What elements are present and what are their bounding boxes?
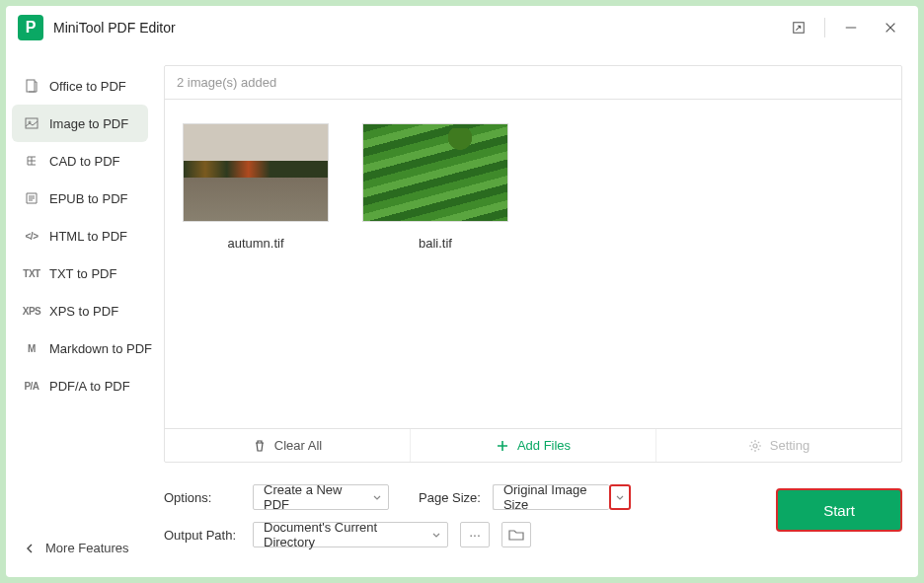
html-icon: </>: [24, 231, 39, 242]
titlebar-divider: [824, 18, 825, 37]
chevron-left-icon: [24, 543, 36, 554]
thumbnail-image: [183, 123, 329, 222]
main-panel: 2 image(s) added autumn.tif bali.tif: [154, 49, 918, 577]
file-thumbnail[interactable]: bali.tif: [362, 123, 508, 251]
pdfa-icon: P/A: [24, 381, 39, 392]
chevron-down-icon: [431, 530, 441, 540]
clear-all-label: Clear All: [274, 438, 322, 453]
plus-icon: [496, 439, 509, 453]
txt-icon: TXT: [24, 268, 39, 279]
content-status: 2 image(s) added: [165, 66, 901, 100]
browse-folder-button[interactable]: [501, 522, 531, 547]
clear-all-button[interactable]: Clear All: [165, 429, 411, 462]
pagesize-label: Page Size:: [419, 490, 481, 505]
ellipsis-icon: ···: [469, 527, 481, 543]
sidebar-item-label: Office to PDF: [49, 79, 126, 94]
app-window: P MiniTool PDF Editor Office to PDF Imag…: [6, 6, 918, 577]
setting-button[interactable]: Setting: [656, 429, 901, 462]
sidebar-item-label: EPUB to PDF: [49, 191, 127, 206]
close-button[interactable]: [871, 13, 910, 42]
sidebar-item-pdfa-to-pdf[interactable]: P/A PDF/A to PDF: [6, 367, 154, 404]
options-value: Create a New PDF: [264, 482, 362, 512]
sidebar-item-label: TXT to PDF: [49, 266, 116, 281]
title-bar: P MiniTool PDF Editor: [6, 6, 918, 49]
thumbnail-filename: autumn.tif: [183, 236, 329, 251]
quick-tools-button[interactable]: [779, 13, 818, 42]
image-icon: [24, 116, 39, 130]
xps-icon: XPS: [24, 306, 39, 317]
output-path-select[interactable]: Document's Current Directory: [253, 522, 448, 547]
start-label: Start: [823, 502, 855, 519]
options-label: Options:: [164, 490, 241, 505]
pagesize-select[interactable]: Original Image Size: [493, 484, 609, 510]
svg-point-7: [753, 444, 757, 448]
trash-icon: [253, 439, 267, 453]
chevron-down-icon: [615, 492, 625, 502]
sidebar-item-epub-to-pdf[interactable]: EPUB to PDF: [6, 180, 154, 217]
epub-icon: [24, 191, 39, 205]
sidebar-item-office-to-pdf[interactable]: Office to PDF: [6, 67, 154, 105]
options-select[interactable]: Create a New PDF: [253, 484, 389, 510]
sidebar-item-xps-to-pdf[interactable]: XPS XPS to PDF: [6, 292, 154, 329]
content-box: 2 image(s) added autumn.tif bali.tif: [164, 65, 902, 463]
output-path-value: Document's Current Directory: [264, 520, 422, 549]
sidebar-item-label: Image to PDF: [49, 116, 128, 131]
chevron-down-icon: [372, 492, 382, 502]
pagesize-value: Original Image Size: [503, 482, 603, 512]
svg-rect-4: [27, 80, 35, 92]
sidebar-item-label: PDF/A to PDF: [49, 379, 130, 394]
more-features-label: More Features: [45, 541, 129, 555]
bottom-controls: Options: Create a New PDF Page Size: Ori…: [164, 484, 902, 559]
output-path-label: Output Path:: [164, 528, 241, 543]
sidebar-item-image-to-pdf[interactable]: Image to PDF: [12, 105, 148, 142]
sidebar-item-markdown-to-pdf[interactable]: M Markdown to PDF: [6, 329, 154, 367]
sidebar-item-label: XPS to PDF: [49, 304, 118, 319]
markdown-icon: M: [24, 343, 39, 354]
setting-label: Setting: [770, 438, 809, 453]
folder-icon: [508, 528, 524, 542]
actions-row: Clear All Add Files Setting: [165, 428, 901, 462]
start-button[interactable]: Start: [776, 488, 902, 532]
app-logo: P: [18, 15, 43, 40]
thumbnails-area: autumn.tif bali.tif: [165, 100, 901, 428]
pagesize-dropdown-button[interactable]: [609, 484, 631, 510]
minimize-button[interactable]: [831, 13, 871, 42]
cad-icon: [24, 154, 39, 168]
sidebar-item-html-to-pdf[interactable]: </> HTML to PDF: [6, 217, 154, 255]
sidebar-item-label: HTML to PDF: [49, 229, 127, 244]
add-files-button[interactable]: Add Files: [411, 429, 656, 462]
add-files-label: Add Files: [517, 438, 571, 453]
thumbnail-filename: bali.tif: [362, 236, 508, 251]
app-title: MiniTool PDF Editor: [53, 20, 176, 36]
more-features-button[interactable]: More Features: [6, 523, 154, 577]
file-thumbnail[interactable]: autumn.tif: [183, 123, 329, 251]
more-options-button[interactable]: ···: [460, 522, 490, 547]
office-icon: [24, 79, 39, 93]
sidebar-item-txt-to-pdf[interactable]: TXT TXT to PDF: [6, 255, 154, 292]
sidebar-item-label: Markdown to PDF: [49, 341, 152, 356]
gear-icon: [748, 439, 762, 453]
sidebar-item-cad-to-pdf[interactable]: CAD to PDF: [6, 142, 154, 180]
thumbnail-image: [362, 123, 508, 222]
sidebar-item-label: CAD to PDF: [49, 154, 120, 169]
sidebar: Office to PDF Image to PDF CAD to PDF EP…: [6, 49, 154, 577]
